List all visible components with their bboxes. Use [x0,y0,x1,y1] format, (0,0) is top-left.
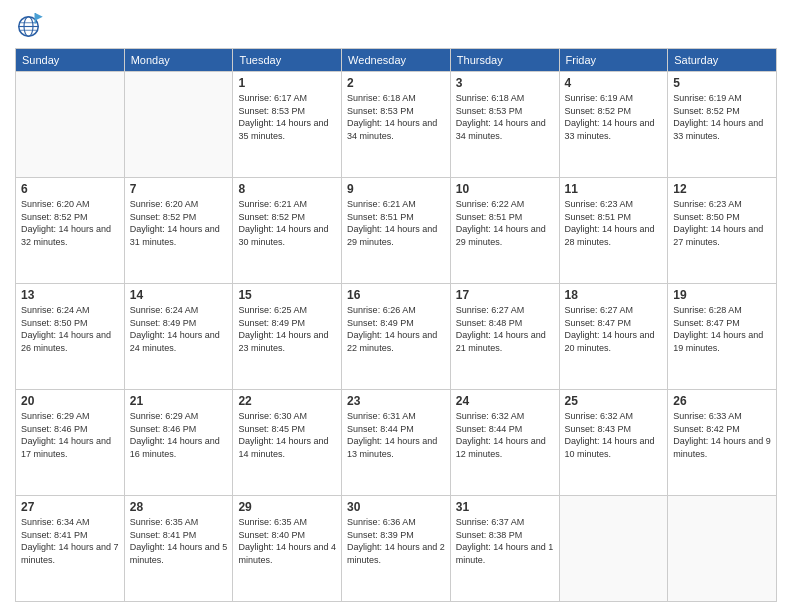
day-info: Sunrise: 6:23 AMSunset: 8:50 PMDaylight:… [673,198,771,248]
calendar-header-row: SundayMondayTuesdayWednesdayThursdayFrid… [16,49,777,72]
page: SundayMondayTuesdayWednesdayThursdayFrid… [0,0,792,612]
day-info: Sunrise: 6:22 AMSunset: 8:51 PMDaylight:… [456,198,554,248]
day-number: 11 [565,182,663,196]
calendar-cell [668,496,777,602]
weekday-header-tuesday: Tuesday [233,49,342,72]
day-info: Sunrise: 6:24 AMSunset: 8:49 PMDaylight:… [130,304,228,354]
calendar-cell: 15Sunrise: 6:25 AMSunset: 8:49 PMDayligh… [233,284,342,390]
calendar-cell: 10Sunrise: 6:22 AMSunset: 8:51 PMDayligh… [450,178,559,284]
day-info: Sunrise: 6:21 AMSunset: 8:52 PMDaylight:… [238,198,336,248]
calendar-cell [124,72,233,178]
day-info: Sunrise: 6:19 AMSunset: 8:52 PMDaylight:… [565,92,663,142]
calendar-cell: 31Sunrise: 6:37 AMSunset: 8:38 PMDayligh… [450,496,559,602]
day-info: Sunrise: 6:28 AMSunset: 8:47 PMDaylight:… [673,304,771,354]
day-number: 16 [347,288,445,302]
day-info: Sunrise: 6:20 AMSunset: 8:52 PMDaylight:… [21,198,119,248]
calendar-cell: 20Sunrise: 6:29 AMSunset: 8:46 PMDayligh… [16,390,125,496]
day-number: 29 [238,500,336,514]
day-number: 27 [21,500,119,514]
calendar-week-4: 20Sunrise: 6:29 AMSunset: 8:46 PMDayligh… [16,390,777,496]
day-info: Sunrise: 6:29 AMSunset: 8:46 PMDaylight:… [130,410,228,460]
day-number: 19 [673,288,771,302]
day-number: 31 [456,500,554,514]
day-number: 6 [21,182,119,196]
day-info: Sunrise: 6:20 AMSunset: 8:52 PMDaylight:… [130,198,228,248]
day-number: 14 [130,288,228,302]
calendar-cell: 21Sunrise: 6:29 AMSunset: 8:46 PMDayligh… [124,390,233,496]
calendar-week-2: 6Sunrise: 6:20 AMSunset: 8:52 PMDaylight… [16,178,777,284]
day-number: 15 [238,288,336,302]
day-number: 26 [673,394,771,408]
day-info: Sunrise: 6:36 AMSunset: 8:39 PMDaylight:… [347,516,445,566]
calendar-cell: 2Sunrise: 6:18 AMSunset: 8:53 PMDaylight… [342,72,451,178]
calendar-cell [559,496,668,602]
calendar-cell: 14Sunrise: 6:24 AMSunset: 8:49 PMDayligh… [124,284,233,390]
day-number: 3 [456,76,554,90]
day-number: 12 [673,182,771,196]
day-info: Sunrise: 6:27 AMSunset: 8:47 PMDaylight:… [565,304,663,354]
day-info: Sunrise: 6:32 AMSunset: 8:44 PMDaylight:… [456,410,554,460]
calendar-week-1: 1Sunrise: 6:17 AMSunset: 8:53 PMDaylight… [16,72,777,178]
calendar-cell: 22Sunrise: 6:30 AMSunset: 8:45 PMDayligh… [233,390,342,496]
calendar-cell: 8Sunrise: 6:21 AMSunset: 8:52 PMDaylight… [233,178,342,284]
day-number: 17 [456,288,554,302]
calendar-cell: 16Sunrise: 6:26 AMSunset: 8:49 PMDayligh… [342,284,451,390]
day-info: Sunrise: 6:30 AMSunset: 8:45 PMDaylight:… [238,410,336,460]
day-number: 25 [565,394,663,408]
day-info: Sunrise: 6:21 AMSunset: 8:51 PMDaylight:… [347,198,445,248]
calendar-cell: 26Sunrise: 6:33 AMSunset: 8:42 PMDayligh… [668,390,777,496]
day-number: 10 [456,182,554,196]
day-number: 4 [565,76,663,90]
day-number: 13 [21,288,119,302]
calendar-table: SundayMondayTuesdayWednesdayThursdayFrid… [15,48,777,602]
calendar-cell: 25Sunrise: 6:32 AMSunset: 8:43 PMDayligh… [559,390,668,496]
day-info: Sunrise: 6:23 AMSunset: 8:51 PMDaylight:… [565,198,663,248]
day-info: Sunrise: 6:37 AMSunset: 8:38 PMDaylight:… [456,516,554,566]
calendar-cell: 3Sunrise: 6:18 AMSunset: 8:53 PMDaylight… [450,72,559,178]
day-number: 7 [130,182,228,196]
day-number: 8 [238,182,336,196]
weekday-header-monday: Monday [124,49,233,72]
day-info: Sunrise: 6:26 AMSunset: 8:49 PMDaylight:… [347,304,445,354]
calendar-cell: 24Sunrise: 6:32 AMSunset: 8:44 PMDayligh… [450,390,559,496]
calendar-week-5: 27Sunrise: 6:34 AMSunset: 8:41 PMDayligh… [16,496,777,602]
calendar-cell [16,72,125,178]
calendar-cell: 17Sunrise: 6:27 AMSunset: 8:48 PMDayligh… [450,284,559,390]
calendar-cell: 19Sunrise: 6:28 AMSunset: 8:47 PMDayligh… [668,284,777,390]
day-info: Sunrise: 6:18 AMSunset: 8:53 PMDaylight:… [347,92,445,142]
weekday-header-friday: Friday [559,49,668,72]
day-info: Sunrise: 6:25 AMSunset: 8:49 PMDaylight:… [238,304,336,354]
day-info: Sunrise: 6:33 AMSunset: 8:42 PMDaylight:… [673,410,771,460]
day-info: Sunrise: 6:27 AMSunset: 8:48 PMDaylight:… [456,304,554,354]
day-number: 2 [347,76,445,90]
calendar-cell: 1Sunrise: 6:17 AMSunset: 8:53 PMDaylight… [233,72,342,178]
day-info: Sunrise: 6:34 AMSunset: 8:41 PMDaylight:… [21,516,119,566]
day-info: Sunrise: 6:17 AMSunset: 8:53 PMDaylight:… [238,92,336,142]
weekday-header-thursday: Thursday [450,49,559,72]
day-number: 1 [238,76,336,90]
weekday-header-wednesday: Wednesday [342,49,451,72]
weekday-header-sunday: Sunday [16,49,125,72]
day-info: Sunrise: 6:19 AMSunset: 8:52 PMDaylight:… [673,92,771,142]
logo-icon [15,10,45,40]
day-number: 18 [565,288,663,302]
day-number: 22 [238,394,336,408]
day-number: 5 [673,76,771,90]
calendar-cell: 23Sunrise: 6:31 AMSunset: 8:44 PMDayligh… [342,390,451,496]
calendar-cell: 7Sunrise: 6:20 AMSunset: 8:52 PMDaylight… [124,178,233,284]
calendar-cell: 13Sunrise: 6:24 AMSunset: 8:50 PMDayligh… [16,284,125,390]
day-number: 9 [347,182,445,196]
day-info: Sunrise: 6:35 AMSunset: 8:40 PMDaylight:… [238,516,336,566]
calendar-week-3: 13Sunrise: 6:24 AMSunset: 8:50 PMDayligh… [16,284,777,390]
day-number: 30 [347,500,445,514]
calendar-cell: 27Sunrise: 6:34 AMSunset: 8:41 PMDayligh… [16,496,125,602]
calendar-cell: 30Sunrise: 6:36 AMSunset: 8:39 PMDayligh… [342,496,451,602]
weekday-header-saturday: Saturday [668,49,777,72]
calendar-cell: 18Sunrise: 6:27 AMSunset: 8:47 PMDayligh… [559,284,668,390]
calendar-cell: 12Sunrise: 6:23 AMSunset: 8:50 PMDayligh… [668,178,777,284]
calendar-cell: 9Sunrise: 6:21 AMSunset: 8:51 PMDaylight… [342,178,451,284]
day-number: 23 [347,394,445,408]
header [15,10,777,40]
day-info: Sunrise: 6:24 AMSunset: 8:50 PMDaylight:… [21,304,119,354]
day-info: Sunrise: 6:31 AMSunset: 8:44 PMDaylight:… [347,410,445,460]
